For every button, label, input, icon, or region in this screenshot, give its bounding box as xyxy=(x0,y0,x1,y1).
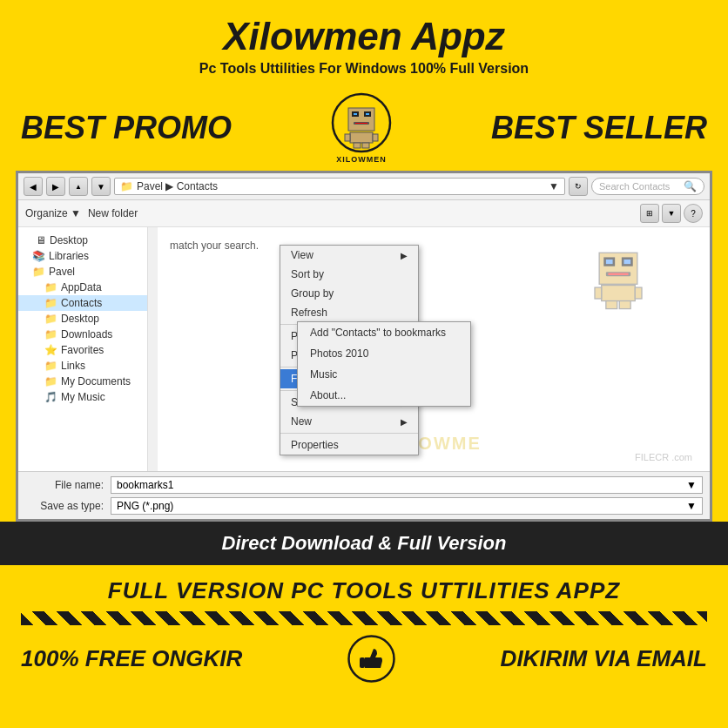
svg-rect-16 xyxy=(606,260,613,264)
svg-rect-18 xyxy=(606,273,630,277)
ctx-groupby[interactable]: Group by xyxy=(280,284,418,303)
sidebar-item-appdata[interactable]: 📁 AppData xyxy=(18,280,157,295)
libraries-icon: 📚 xyxy=(32,250,45,262)
savetype-row: Save as type: PNG (*.png) ▼ xyxy=(25,497,703,515)
ctx-view[interactable]: View ▶ xyxy=(280,246,418,265)
downloads-icon: 📁 xyxy=(44,328,57,340)
organize-button[interactable]: Organize ▼ xyxy=(25,207,81,219)
promo-bar: BEST PROMO XILOWMEN xyxy=(0,85,728,171)
sidebar-item-links[interactable]: 📁 Links xyxy=(18,358,157,374)
search-placeholder: Search Contacts xyxy=(599,181,670,192)
breadcrumb-dropdown[interactable]: ▼ xyxy=(549,180,559,192)
full-version-text: FULL VERSION PC TOOLS UTTILITIES APPZ xyxy=(21,577,707,604)
sidebar-item-mymusic[interactable]: 🎵 My Music xyxy=(18,389,157,405)
no-match-text: match your search. xyxy=(163,233,704,259)
main-container: Xilowmen Appz Pc Tools Uttilities For Wi… xyxy=(0,0,728,728)
save-bar: File name: bookmarks1 ▼ Save as type: PN… xyxy=(18,471,710,519)
main-area: 🖥 Desktop 📚 Libraries 📁 Pavel 📁 AppData … xyxy=(18,227,710,471)
ctx-properties[interactable]: Properties xyxy=(280,435,418,455)
savetype-dropdown[interactable]: ▼ xyxy=(686,500,697,512)
direct-download-text: Direct Download & Full Version xyxy=(222,532,507,554)
search-icon: 🔍 xyxy=(684,180,697,192)
svg-rect-9 xyxy=(345,134,350,141)
recent-button[interactable]: ▼ xyxy=(91,177,111,196)
breadcrumb-path: Pavel ▶ Contacts xyxy=(137,180,218,192)
best-seller-label: BEST SELLER xyxy=(491,112,707,144)
ctx-sortby-label: Sort by xyxy=(291,268,324,280)
submenu-about[interactable]: About... xyxy=(298,385,470,406)
view-dropdown-button[interactable]: ▼ xyxy=(662,204,681,223)
ctx-new-label: New xyxy=(291,415,312,428)
filename-input[interactable]: bookmarks1 ▼ xyxy=(111,476,703,494)
content-area: match your search. xyxy=(158,227,710,471)
toolbar: Organize ▼ New folder ⊞ ▼ ? xyxy=(18,200,710,227)
sidebar-item-downloads[interactable]: 📁 Downloads xyxy=(18,327,157,342)
sidebar: 🖥 Desktop 📚 Libraries 📁 Pavel 📁 AppData … xyxy=(18,227,158,471)
forward-button[interactable]: ▶ xyxy=(46,177,65,196)
sidebar-item-desktop[interactable]: 🖥 Desktop xyxy=(18,233,157,248)
filecr-watermark: FILECR .com xyxy=(635,452,692,462)
thumbs-up-svg xyxy=(347,635,395,683)
appdata-icon: 📁 xyxy=(44,281,57,293)
svg-rect-21 xyxy=(595,288,602,300)
filename-dropdown[interactable]: ▼ xyxy=(686,479,697,491)
svg-rect-10 xyxy=(373,134,378,141)
breadcrumb-icon: 📁 xyxy=(120,180,133,192)
ctx-view-label: View xyxy=(291,249,313,261)
svg-rect-23 xyxy=(606,301,617,309)
submenu-add-contacts[interactable]: Add "Contacts" to bookmarks xyxy=(298,322,470,343)
ctx-new[interactable]: New ▶ xyxy=(280,412,418,431)
bottom-yellow: FULL VERSION PC TOOLS UTTILITIES APPZ 10… xyxy=(0,565,728,697)
address-bar: ◀ ▶ ▲ ▼ 📁 Pavel ▶ Contacts ▼ ↻ Search Co… xyxy=(18,173,710,200)
app-title: Xilowmen Appz xyxy=(21,16,707,57)
savetype-value: PNG (*.png) xyxy=(117,500,173,512)
search-bar[interactable]: Search Contacts 🔍 xyxy=(591,178,704,195)
ctx-properties-label: Properties xyxy=(291,439,339,451)
pavel-icon: 📁 xyxy=(32,266,45,278)
filename-value: bookmarks1 xyxy=(117,479,173,491)
submenu-music[interactable]: Music xyxy=(298,364,470,385)
svg-rect-26 xyxy=(360,657,365,668)
logo-text: XILOWMEN xyxy=(336,155,387,164)
ctx-view-arrow: ▶ xyxy=(401,251,408,260)
svg-rect-1 xyxy=(348,108,374,131)
new-folder-button[interactable]: New folder xyxy=(88,207,138,219)
filename-row: File name: bookmarks1 ▼ xyxy=(25,476,703,494)
ctx-refresh[interactable]: Refresh xyxy=(280,303,418,322)
ctx-refresh-label: Refresh xyxy=(291,307,327,319)
breadcrumb-bar[interactable]: 📁 Pavel ▶ Contacts ▼ xyxy=(114,178,565,195)
refresh-button[interactable]: ↻ xyxy=(569,177,588,196)
back-button[interactable]: ◀ xyxy=(24,177,43,196)
svg-rect-24 xyxy=(619,301,630,309)
sidebar-item-contacts[interactable]: 📁 Contacts xyxy=(18,295,157,311)
svg-rect-8 xyxy=(350,132,373,143)
help-button[interactable]: ? xyxy=(684,204,703,223)
dikirim-text: DIKIRIM VIA EMAIL xyxy=(501,645,707,672)
ctx-new-arrow: ▶ xyxy=(401,417,408,427)
sidebar-item-pavel[interactable]: 📁 Pavel xyxy=(18,264,157,280)
sidebar-item-mydocs[interactable]: 📁 My Documents xyxy=(18,374,157,389)
svg-rect-11 xyxy=(354,143,361,148)
favorites-icon: ⭐ xyxy=(44,344,57,356)
contacts-icon: 📁 xyxy=(44,297,57,309)
filename-label: File name: xyxy=(25,479,104,491)
savetype-input[interactable]: PNG (*.png) ▼ xyxy=(111,497,703,515)
ctx-sep4 xyxy=(280,433,418,434)
mydocs-icon: 📁 xyxy=(44,375,57,388)
top-section: Xilowmen Appz Pc Tools Uttilities For Wi… xyxy=(0,0,728,85)
svg-rect-20 xyxy=(602,286,636,301)
sidebar-item-desktop2[interactable]: 📁 Desktop xyxy=(18,311,157,327)
ctx-sortby[interactable]: Sort by xyxy=(280,265,418,284)
sidebar-item-libraries[interactable]: 📚 Libraries xyxy=(18,248,157,264)
view-toggle-button[interactable]: ⊞ xyxy=(640,204,659,223)
submenu-photos2010[interactable]: Photos 2010 xyxy=(298,343,470,364)
ctx-groupby-label: Group by xyxy=(291,287,334,300)
sidebar-item-favorites[interactable]: ⭐ Favorites xyxy=(18,342,157,358)
submenu: Add "Contacts" to bookmarks Photos 2010 … xyxy=(297,321,471,407)
direct-download-bar: Direct Download & Full Version xyxy=(0,522,728,565)
app-subtitle: Pc Tools Uttilities For Windows 100% Ful… xyxy=(21,61,707,77)
up-button[interactable]: ▲ xyxy=(69,177,88,196)
stripe-bar xyxy=(21,611,707,625)
best-promo-label: BEST PROMO xyxy=(21,112,232,144)
desktop-icon: 🖥 xyxy=(36,234,46,246)
